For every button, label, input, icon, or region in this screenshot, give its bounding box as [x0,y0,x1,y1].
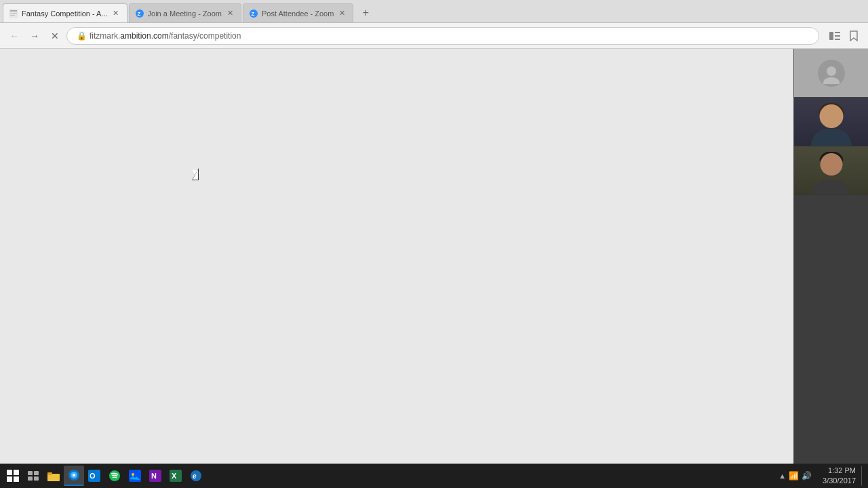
zoom-video-participant-1 [794,98,868,146]
tab-favicon-3: Z [249,9,258,18]
tab-fantasy-competition[interactable]: Fantasy Competition - A... ✕ [3,3,127,22]
excel-button[interactable]: X [165,466,186,486]
person1-face [820,104,844,128]
ie-icon: e [190,470,202,482]
tab-zoom-post[interactable]: Z Post Attendee - Zoom ✕ [243,3,353,22]
tab-close-3[interactable]: ✕ [336,8,347,19]
svg-text:N: N [151,472,157,480]
photos-button[interactable] [125,466,145,486]
svg-text:O: O [90,472,96,480]
person2-background [794,146,868,195]
person2-face [821,153,843,176]
svg-rect-16 [7,476,12,482]
svg-rect-14 [7,470,12,475]
spotify-button[interactable] [104,466,125,486]
svg-rect-17 [14,476,19,482]
photos-icon [129,470,141,482]
content-wrapper [0,49,868,488]
svg-text:X: X [172,472,177,480]
svg-rect-30 [129,470,141,482]
svg-point-12 [827,66,836,76]
tab-close-2[interactable]: ✕ [224,8,235,19]
svg-rect-10 [835,35,840,37]
lock-icon: 🔒 [77,31,87,41]
svg-rect-2 [10,13,17,14]
outlook-button[interactable]: O [84,466,104,486]
tray-icon-1: ▲ [778,472,786,480]
browser-taskbar-icon [68,469,80,481]
task-view-button[interactable] [23,466,43,486]
tab-label-2: Join a Meeting - Zoom [148,9,222,18]
bookmark-button[interactable] [845,27,863,45]
clock-date: 3/30/2017 [823,476,856,486]
svg-point-31 [132,473,134,476]
person1-background [794,98,868,146]
excel-icon: X [170,470,182,482]
network-icon: 📶 [789,471,799,481]
svg-point-13 [823,77,840,84]
tab-bar: Fantasy Competition - A... ✕ Z Join a Me… [0,0,868,23]
avatar-icon [821,62,842,84]
spotify-icon [108,470,121,482]
tab-zoom-join[interactable]: Z Join a Meeting - Zoom ✕ [129,3,241,22]
system-tray: ▲ 📶 🔊 [773,471,817,481]
outlook-icon: O [88,470,100,482]
show-desktop-button[interactable] [861,466,865,486]
new-tab-button[interactable]: + [356,3,375,22]
volume-icon: 🔊 [802,471,812,481]
sidebar-toggle-button[interactable] [826,27,844,45]
back-button[interactable]: ← [5,27,23,45]
url-text: fitzmark.ambition.com/fantasy/competitio… [90,31,812,41]
url-domain: ambition.com [120,31,168,41]
svg-rect-19 [34,471,39,475]
svg-rect-9 [835,32,840,33]
taskbar: O [0,464,868,488]
url-bar[interactable]: 🔒 fitzmark.ambition.com/fantasy/competit… [66,27,819,45]
onenote-icon: N [149,470,161,482]
task-view-icon [28,471,39,481]
svg-text:Z: Z [252,11,255,17]
url-path: /fantasy/competition [169,31,241,41]
url-prefix: fitzmark. [90,31,120,41]
ie-button[interactable]: e [186,466,206,486]
address-bar: ← → ✕ 🔒 fitzmark.ambition.com/fantasy/co… [0,23,868,49]
zoom-video-participant-2 [794,146,868,195]
svg-rect-18 [28,471,33,475]
tab-label-1: Fantasy Competition - A... [22,9,108,18]
clock-time: 1:32 PM [823,466,856,476]
reload-button[interactable]: ✕ [46,27,64,45]
main-area: O [0,49,868,488]
forward-button[interactable]: → [26,27,43,45]
tab-favicon-2: Z [135,9,144,18]
person1-shoulder [811,129,852,146]
tab-close-1[interactable]: ✕ [111,8,121,19]
svg-rect-11 [835,39,840,40]
file-explorer-icon [47,471,60,481]
svg-rect-3 [10,15,15,16]
person2-shoulder [813,180,850,195]
browser-content [0,49,793,488]
start-button[interactable] [3,466,23,486]
svg-rect-20 [28,476,33,481]
svg-rect-8 [829,32,833,40]
zoom-panel [793,49,868,488]
zoom-avatar-placeholder [794,49,868,97]
avatar-circle [818,60,845,87]
tab-favicon-1 [9,9,18,18]
toolbar-right [826,27,863,45]
main-wrapper: O [0,49,868,488]
browser-taskbar-button[interactable] [64,466,84,486]
svg-text:e: e [193,472,197,480]
svg-rect-1 [10,10,17,12]
onenote-button[interactable]: N [145,466,165,486]
taskbar-clock[interactable]: 1:32 PM 3/30/2017 [817,466,861,487]
browser-window: Fantasy Competition - A... ✕ Z Join a Me… [0,0,868,488]
tab-label-3: Post Attendee - Zoom [262,9,334,18]
svg-rect-15 [14,470,19,475]
zoom-video-local [794,49,868,98]
windows-logo-icon [7,470,19,482]
file-explorer-button[interactable] [43,466,64,486]
svg-rect-21 [34,476,39,481]
svg-rect-23 [47,472,52,475]
svg-point-26 [73,474,75,476]
